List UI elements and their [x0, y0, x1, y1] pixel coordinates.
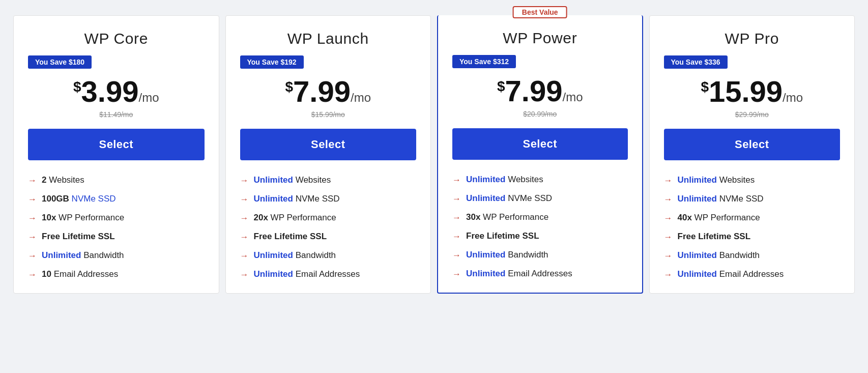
- price-main-wp-launch: $7.99/mo: [285, 77, 371, 106]
- feature-item: →Free Lifetime SSL: [240, 231, 417, 243]
- savings-badge-wp-power: You Save $312: [452, 55, 516, 68]
- select-button-wp-launch[interactable]: Select: [240, 129, 417, 160]
- price-original-wp-launch: $15.99/mo: [240, 110, 417, 119]
- feature-highlight: Free Lifetime SSL: [466, 231, 539, 241]
- feature-highlight: 100GB: [42, 194, 69, 204]
- arrow-right-icon: →: [664, 175, 673, 186]
- arrow-right-icon: →: [664, 232, 673, 243]
- arrow-right-icon: →: [28, 250, 37, 262]
- plan-card-wp-pro: WP ProYou Save $336$15.99/mo$29.99/moSel…: [649, 15, 855, 294]
- feature-highlight: Unlimited: [254, 175, 293, 185]
- feature-text: 40x WP Performance: [678, 212, 760, 223]
- plan-title-wp-pro: WP Pro: [664, 30, 841, 47]
- feature-highlight: Free Lifetime SSL: [678, 232, 751, 241]
- feature-text: Unlimited Bandwidth: [42, 250, 124, 261]
- feature-text: Unlimited NVMe SSD: [254, 193, 340, 205]
- arrow-right-icon: →: [240, 194, 249, 205]
- price-block-wp-launch: $7.99/mo: [240, 77, 417, 106]
- feature-item: →Unlimited Email Addresses: [452, 268, 628, 280]
- savings-badge-wp-core: You Save $180: [28, 55, 92, 69]
- price-per-mo: /mo: [351, 91, 371, 104]
- select-button-wp-pro[interactable]: Select: [664, 129, 841, 160]
- arrow-right-icon: →: [452, 269, 461, 280]
- plan-title-wp-power: WP Power: [452, 30, 628, 47]
- feature-text: Unlimited Bandwidth: [254, 250, 336, 261]
- feature-item: →Unlimited Bandwidth: [240, 250, 417, 262]
- feature-text: 100GB NVMe SSD: [42, 193, 116, 205]
- feature-item: →20x WP Performance: [240, 212, 417, 224]
- feature-text: Unlimited Websites: [254, 175, 331, 186]
- arrow-right-icon: →: [452, 231, 461, 242]
- feature-highlight: Unlimited: [254, 250, 293, 260]
- arrow-right-icon: →: [452, 212, 461, 223]
- price-dollar-sign: $: [285, 79, 294, 95]
- feature-text: Free Lifetime SSL: [678, 231, 751, 242]
- price-block-wp-pro: $15.99/mo: [664, 77, 841, 106]
- feature-highlight: Unlimited: [254, 269, 293, 279]
- feature-item: →Unlimited NVMe SSD: [664, 193, 841, 205]
- feature-text: 10x WP Performance: [42, 212, 124, 223]
- price-original-wp-core: $11.49/mo: [28, 110, 205, 119]
- arrow-right-icon: →: [240, 213, 249, 224]
- arrow-right-icon: →: [28, 213, 37, 224]
- feature-text: Free Lifetime SSL: [254, 231, 327, 242]
- arrow-right-icon: →: [240, 232, 249, 243]
- feature-item: →Unlimited Websites: [452, 174, 628, 186]
- arrow-right-icon: →: [664, 213, 673, 224]
- price-dollar-sign: $: [73, 79, 81, 95]
- feature-highlight: Unlimited: [466, 175, 505, 184]
- feature-item: →10 Email Addresses: [28, 269, 205, 280]
- feature-highlight: Unlimited: [466, 250, 505, 260]
- arrow-right-icon: →: [240, 269, 249, 280]
- feature-text: 2 Websites: [42, 175, 84, 186]
- price-per-mo: /mo: [562, 90, 583, 104]
- arrow-right-icon: →: [28, 194, 37, 205]
- feature-text: Unlimited Email Addresses: [254, 269, 360, 280]
- feature-text: 10 Email Addresses: [42, 269, 118, 280]
- feature-item: →Free Lifetime SSL: [28, 231, 205, 243]
- feature-highlight: 30x: [466, 212, 480, 222]
- arrow-right-icon: →: [452, 175, 461, 186]
- feature-item: →Unlimited Websites: [664, 175, 841, 186]
- feature-item: →Unlimited Email Addresses: [664, 269, 841, 280]
- price-block-wp-power: $7.99/mo: [452, 76, 628, 106]
- feature-item: →Free Lifetime SSL: [452, 231, 628, 242]
- price-original-wp-power: $20.99/mo: [452, 110, 628, 118]
- feature-item: →100GB NVMe SSD: [28, 193, 205, 205]
- feature-text: Unlimited Email Addresses: [466, 268, 572, 279]
- feature-highlight: Unlimited: [678, 250, 717, 260]
- arrow-right-icon: →: [664, 269, 673, 280]
- arrow-right-icon: →: [240, 175, 249, 186]
- feature-item: →Unlimited NVMe SSD: [452, 193, 628, 205]
- feature-item: →40x WP Performance: [664, 212, 841, 224]
- price-main-wp-power: $7.99/mo: [497, 76, 583, 106]
- plan-title-wp-launch: WP Launch: [240, 30, 417, 47]
- feature-text: Unlimited Bandwidth: [678, 250, 760, 261]
- arrow-right-icon: →: [28, 175, 37, 186]
- price-original-wp-pro: $29.99/mo: [664, 110, 841, 119]
- price-per-mo: /mo: [783, 91, 803, 104]
- feature-highlight: 2: [42, 175, 46, 185]
- best-value-banner: Best Value: [513, 6, 567, 18]
- features-list-wp-pro: →Unlimited Websites→Unlimited NVMe SSD→4…: [664, 175, 841, 281]
- feature-item: →Unlimited Websites: [240, 175, 417, 186]
- plan-card-wp-power: Best ValueWP PowerYou Save $312$7.99/mo$…: [437, 15, 643, 294]
- feature-text: Unlimited Bandwidth: [466, 249, 548, 261]
- feature-text: Unlimited Websites: [466, 174, 543, 185]
- select-button-wp-core[interactable]: Select: [28, 129, 205, 160]
- feature-text: Unlimited Websites: [678, 175, 755, 186]
- feature-item: →Unlimited Bandwidth: [28, 250, 205, 262]
- feature-item: →Unlimited Email Addresses: [240, 269, 417, 280]
- plan-card-wp-core: WP CoreYou Save $180$3.99/mo$11.49/moSel…: [13, 15, 219, 294]
- features-list-wp-core: →2 Websites→100GB NVMe SSD→10x WP Perfor…: [28, 175, 205, 281]
- feature-item: →Unlimited NVMe SSD: [240, 193, 417, 205]
- arrow-right-icon: →: [664, 250, 673, 262]
- price-dollar-sign: $: [497, 78, 505, 94]
- feature-highlight: Unlimited: [678, 194, 717, 204]
- feature-highlight: Free Lifetime SSL: [42, 232, 115, 241]
- feature-text: 30x WP Performance: [466, 212, 548, 223]
- arrow-right-icon: →: [664, 194, 673, 205]
- features-list-wp-power: →Unlimited Websites→Unlimited NVMe SSD→3…: [452, 174, 628, 280]
- select-button-wp-power[interactable]: Select: [452, 128, 628, 160]
- feature-rest: NVMe SSD: [69, 194, 116, 204]
